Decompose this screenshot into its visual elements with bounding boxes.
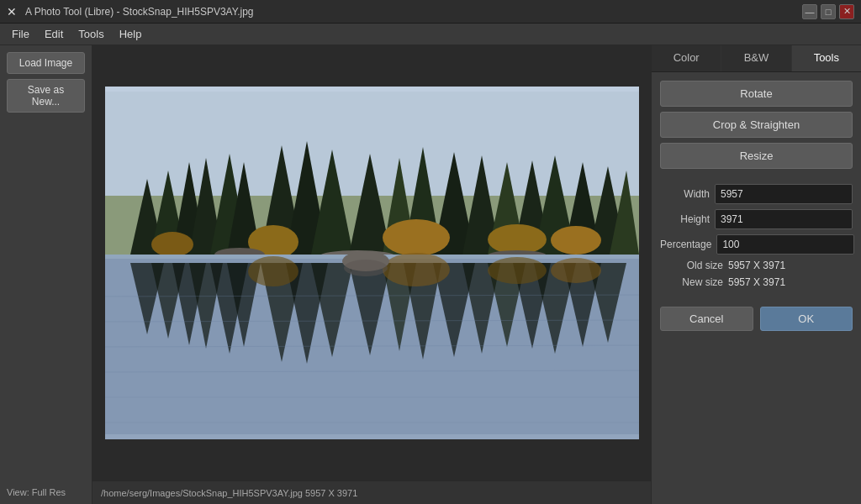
status-path: /home/serg/Images/StockSnap_HIH5SPV3AY.j…	[101, 488, 357, 498]
maximize-button[interactable]: □	[821, 4, 836, 19]
width-input[interactable]	[715, 184, 853, 204]
menu-edit[interactable]: Edit	[38, 25, 70, 43]
svg-point-53	[248, 256, 298, 286]
svg-point-54	[383, 253, 450, 286]
old-size-label: Old size	[660, 260, 723, 271]
svg-point-55	[488, 257, 547, 284]
svg-point-56	[551, 258, 601, 283]
canvas-area: /home/serg/Images/StockSnap_HIH5SPV3AY.j…	[92, 45, 651, 504]
svg-point-64	[344, 260, 388, 276]
height-row: Height	[660, 209, 853, 229]
new-size-value: 5957 X 3971	[728, 276, 785, 288]
svg-point-26	[551, 226, 601, 255]
tab-color[interactable]: Color	[652, 45, 721, 71]
tab-bw[interactable]: B&W	[721, 45, 791, 71]
tabs: Color B&W Tools	[652, 45, 861, 72]
width-row: Width	[660, 184, 853, 204]
titlebar: ✕ A Photo Tool (Libre) - StockSnap_HIH5S…	[0, 0, 861, 24]
new-size-row: New size 5957 X 3971	[660, 276, 853, 288]
svg-point-27	[151, 232, 193, 257]
tab-tools[interactable]: Tools	[792, 45, 861, 71]
close-button[interactable]: ✕	[839, 4, 854, 19]
old-size-row: Old size 5957 X 3971	[660, 260, 853, 271]
load-image-button[interactable]: Load Image	[7, 52, 85, 74]
menubar: File Edit Tools Help	[0, 24, 861, 45]
resize-button[interactable]: Resize	[660, 143, 853, 169]
svg-point-25	[488, 224, 547, 255]
svg-rect-66	[105, 434, 639, 439]
svg-point-24	[383, 219, 450, 256]
titlebar-left: ✕ A Photo Tool (Libre) - StockSnap_HIH5S…	[7, 5, 254, 18]
crop-straighten-button[interactable]: Crop & Straighten	[660, 112, 853, 138]
menu-tools[interactable]: Tools	[71, 25, 110, 43]
percentage-label: Percentage	[660, 239, 711, 250]
image-container	[92, 45, 651, 480]
status-bar: /home/serg/Images/StockSnap_HIH5SPV3AY.j…	[92, 480, 651, 504]
height-label: Height	[660, 213, 710, 225]
svg-rect-65	[105, 87, 639, 92]
percentage-row: Percentage	[660, 234, 853, 255]
photo-image	[105, 87, 639, 439]
left-panel: Load Image Save as New... View: Full Res	[0, 45, 92, 504]
titlebar-title: A Photo Tool (Libre) - StockSnap_HIH5SPV…	[25, 6, 254, 18]
app-icon: ✕	[7, 5, 20, 18]
resize-section: Width Height Percentage Old size 5957 X …	[652, 177, 861, 295]
view-label: View: Full Res	[7, 487, 85, 497]
minimize-button[interactable]: —	[802, 4, 817, 19]
cancel-button[interactable]: Cancel	[660, 307, 753, 331]
ok-button[interactable]: OK	[760, 307, 853, 331]
right-panel: Color B&W Tools Rotate Crop & Straighten…	[651, 45, 861, 504]
menu-file[interactable]: File	[5, 25, 36, 43]
photo-display	[105, 87, 639, 439]
menu-help[interactable]: Help	[113, 25, 149, 43]
old-size-value: 5957 X 3971	[728, 260, 785, 271]
main-layout: Load Image Save as New... View: Full Res	[0, 45, 861, 504]
titlebar-controls: — □ ✕	[802, 4, 854, 19]
tools-content: Rotate Crop & Straighten Resize	[652, 72, 861, 177]
height-input[interactable]	[715, 209, 853, 229]
save-as-new-button[interactable]: Save as New...	[7, 79, 85, 113]
new-size-label: New size	[660, 276, 723, 288]
percentage-input[interactable]	[716, 234, 854, 255]
rotate-button[interactable]: Rotate	[660, 81, 853, 107]
action-buttons: Cancel OK	[652, 298, 861, 339]
width-label: Width	[660, 188, 710, 200]
